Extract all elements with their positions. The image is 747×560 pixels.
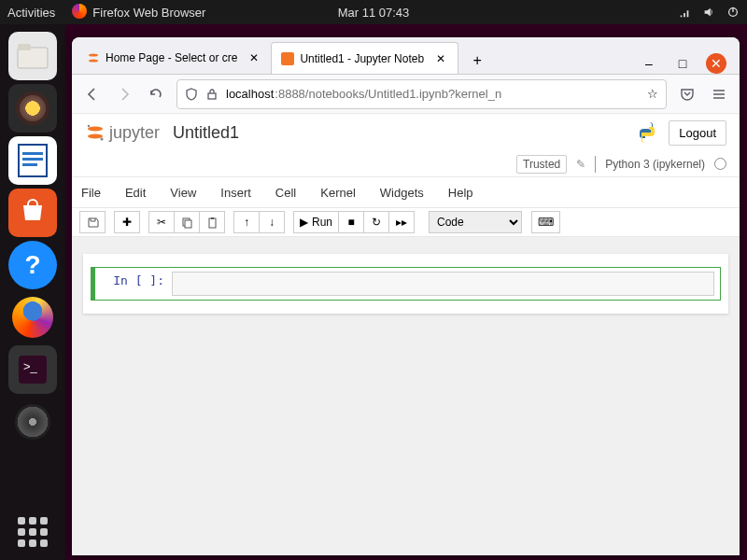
dock-ubuntu-software[interactable] <box>8 189 57 237</box>
notebook-area: In [ ]: <box>72 237 740 555</box>
dock-show-apps[interactable] <box>14 513 51 551</box>
back-button[interactable] <box>81 83 104 105</box>
svg-rect-19 <box>209 218 216 228</box>
save-button[interactable] <box>79 211 106 233</box>
menu-view[interactable]: View <box>170 186 196 200</box>
activities-button[interactable]: Activities <box>7 6 55 20</box>
dock-disk[interactable] <box>8 398 57 446</box>
svg-point-10 <box>89 53 98 56</box>
jupyter-page: jupyter Untitled1 Logout Trusted ✎ Pytho… <box>72 114 740 555</box>
trusted-badge[interactable]: Trusted <box>516 155 567 174</box>
volume-icon[interactable] <box>702 6 715 19</box>
jupyter-favicon <box>87 51 100 64</box>
menu-cell[interactable]: Cell <box>275 186 296 200</box>
edit-icon[interactable]: ✎ <box>576 158 585 171</box>
svg-point-15 <box>88 125 91 128</box>
menu-insert[interactable]: Insert <box>220 186 251 200</box>
jupyter-menubar: File Edit View Insert Cell Kernel Widget… <box>72 177 740 207</box>
topbar-app-indicator[interactable]: Firefox Web Browser <box>72 4 205 21</box>
nav-toolbar: localhost:8888/notebooks/Untitled1.ipynb… <box>72 75 740 114</box>
window-minimize[interactable]: – <box>639 53 659 74</box>
svg-rect-7 <box>22 163 37 166</box>
svg-point-16 <box>100 137 103 140</box>
hamburger-menu[interactable] <box>708 83 730 105</box>
dock-help[interactable]: ? <box>8 241 57 289</box>
kernel-name[interactable]: Python 3 (ipykernel) <box>605 158 705 171</box>
url-bar[interactable]: localhost:8888/notebooks/Untitled1.ipynb… <box>176 79 667 109</box>
topbar-clock[interactable]: Mar 11 07:43 <box>338 6 410 20</box>
pocket-icon[interactable] <box>676 83 698 105</box>
svg-rect-12 <box>208 93 216 99</box>
new-tab-button[interactable]: + <box>464 48 490 74</box>
dock: ? >_ <box>0 24 65 560</box>
network-icon[interactable] <box>678 6 691 19</box>
firefox-window: Home Page - Select or cre ✕ Untitled1 - … <box>72 37 740 555</box>
notebook-favicon <box>281 52 294 65</box>
svg-text:>_: >_ <box>23 359 38 373</box>
bookmark-star-icon[interactable]: ☆ <box>647 87 658 101</box>
move-down-button[interactable]: ↓ <box>259 211 285 233</box>
dock-terminal[interactable]: >_ <box>8 345 57 394</box>
svg-rect-6 <box>22 158 43 161</box>
dock-rhythmbox[interactable] <box>8 84 57 133</box>
svg-rect-2 <box>18 48 48 68</box>
dock-firefox[interactable] <box>8 293 57 342</box>
svg-rect-20 <box>211 217 214 219</box>
browser-tab-notebook[interactable]: Untitled1 - Jupyter Noteb ✕ <box>271 42 458 74</box>
menu-help[interactable]: Help <box>448 186 473 200</box>
url-host: localhost <box>226 87 274 101</box>
tab-bar: Home Page - Select or cre ✕ Untitled1 - … <box>72 37 740 75</box>
gnome-topbar: Activities Firefox Web Browser Mar 11 07… <box>0 0 747 24</box>
cell-type-select[interactable]: Code <box>429 211 522 233</box>
lock-icon <box>205 88 218 101</box>
cell-prompt: In [ ]: <box>95 268 172 300</box>
code-input[interactable] <box>172 272 714 296</box>
firefox-icon <box>72 4 87 21</box>
jupyter-toolbar: ✚ ✂ ↑ ↓ ▶ Run ■ ↻ ▸▸ Code ⌨ <box>72 207 740 237</box>
menu-file[interactable]: File <box>81 186 101 200</box>
shield-icon <box>185 88 198 101</box>
close-icon[interactable]: ✕ <box>433 51 448 66</box>
svg-rect-3 <box>18 44 31 50</box>
cut-button[interactable]: ✂ <box>148 211 175 233</box>
notebook-name[interactable]: Untitled1 <box>173 123 239 143</box>
jupyter-icon <box>85 122 106 143</box>
svg-point-11 <box>89 59 98 62</box>
svg-point-13 <box>88 127 103 132</box>
logout-button[interactable]: Logout <box>669 120 726 146</box>
kernel-indicator-icon <box>714 158 726 170</box>
browser-tab-home[interactable]: Home Page - Select or cre ✕ <box>78 42 271 74</box>
jupyter-logo[interactable]: jupyter <box>85 122 160 143</box>
copy-button[interactable] <box>174 211 200 233</box>
restart-button[interactable]: ↻ <box>363 211 389 233</box>
command-palette-button[interactable]: ⌨ <box>531 211 560 233</box>
paste-button[interactable] <box>199 211 225 233</box>
dock-files[interactable] <box>8 32 57 80</box>
dock-libreoffice-writer[interactable] <box>8 136 57 185</box>
reload-button[interactable] <box>145 83 167 105</box>
add-cell-button[interactable]: ✚ <box>114 211 140 233</box>
window-maximize[interactable]: □ <box>672 53 693 74</box>
window-close[interactable]: ✕ <box>706 53 726 74</box>
python-icon <box>635 120 659 145</box>
run-button[interactable]: ▶ Run <box>293 211 339 233</box>
svg-rect-5 <box>22 152 43 155</box>
menu-kernel[interactable]: Kernel <box>320 186 356 200</box>
menu-widgets[interactable]: Widgets <box>380 186 424 200</box>
menu-edit[interactable]: Edit <box>125 186 146 200</box>
restart-run-all-button[interactable]: ▸▸ <box>388 211 415 233</box>
url-path: :8888/notebooks/Untitled1.ipynb?kernel_n <box>275 87 501 101</box>
code-cell[interactable]: In [ ]: <box>91 267 721 301</box>
interrupt-button[interactable]: ■ <box>338 211 364 233</box>
move-up-button[interactable]: ↑ <box>233 211 260 233</box>
svg-point-14 <box>88 134 103 139</box>
svg-rect-18 <box>185 220 191 228</box>
close-icon[interactable]: ✕ <box>247 50 261 65</box>
forward-button[interactable] <box>113 83 135 105</box>
power-icon[interactable] <box>726 6 740 19</box>
